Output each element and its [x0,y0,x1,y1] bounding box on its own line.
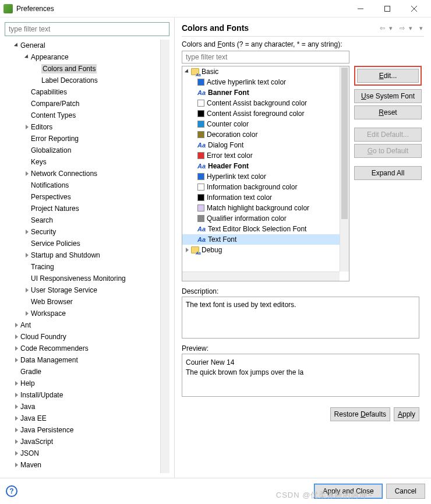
expand-all-button[interactable]: Expand All [354,166,422,180]
tree-item[interactable]: Security [5,226,169,238]
apply-and-close-button[interactable]: Apply and Close [314,484,382,499]
left-pane: GeneralAppearanceColors and FontsLabel D… [0,17,175,478]
list-item[interactable]: AaHeader Font [182,161,349,171]
tree-item[interactable]: Gradle [5,366,169,378]
list-item[interactable]: Qualifier information color [182,213,349,224]
color-swatch-icon [197,205,204,212]
tree-item[interactable]: Workspace [5,308,169,319]
help-icon[interactable]: ? [6,485,17,497]
tree-item[interactable]: Globalization [5,144,169,156]
minimize-button[interactable] [347,0,374,17]
apply-button[interactable]: Apply [394,407,419,421]
tree-item[interactable]: Code Recommenders [5,343,169,354]
tree-item[interactable]: Editors [5,121,169,133]
list-item[interactable]: AaDialog Font [182,140,349,150]
color-swatch-icon [197,184,204,191]
tree-item[interactable]: Maven [5,459,169,471]
tree-item[interactable]: Cloud Foundry [5,331,169,343]
tree-item[interactable]: Web Browser [5,296,169,308]
color-swatch-icon [197,173,204,180]
color-swatch-icon [197,152,204,159]
tree-item[interactable]: Search [5,214,169,226]
use-system-font-button[interactable]: Use System Font [354,89,422,103]
right-pane: Colors and Fonts ⇦ ▾ ⇨ ▾ ▾ Colors and Fo… [175,17,431,478]
tree-item[interactable]: Compare/Patch [5,98,169,110]
category-tree[interactable]: GeneralAppearanceColors and FontsLabel D… [5,40,169,473]
tree-item[interactable]: Colors and Fonts [5,63,169,75]
colors-fonts-list[interactable]: BasicActive hyperlink text colorAaBanner… [182,66,349,281]
close-button[interactable] [401,0,428,17]
tree-item[interactable]: JSON [5,447,169,459]
tree-item[interactable]: Network Connections [5,168,169,179]
list-item[interactable]: Content Assist background color [182,98,349,108]
edit-default-button: Edit Default... [354,128,422,142]
font-icon: Aa [197,225,206,232]
tree-item[interactable]: Notifications [5,179,169,191]
list-item[interactable]: Error text color [182,150,349,161]
tree-item[interactable]: Java EE [5,413,169,424]
tree-item[interactable]: Startup and Shutdown [5,249,169,261]
list-item[interactable]: Information background color [182,182,349,192]
page-heading: Colors and Fonts [182,23,380,33]
font-icon: Aa [197,163,206,170]
tree-item[interactable]: User Storage Service [5,284,169,296]
tree-item[interactable]: Label Decorations [5,75,169,86]
filter-input[interactable] [5,22,169,36]
tree-item[interactable]: Appearance [5,51,169,63]
list-item[interactable]: AaText Editor Block Selection Font [182,224,349,234]
list-item[interactable]: Counter color [182,119,349,129]
edit-button[interactable]: Edit... [357,69,419,83]
color-swatch-icon [197,79,204,86]
preview-label: Preview: [182,344,424,353]
color-swatch-icon [197,131,204,138]
tree-item[interactable]: Install/Update [5,389,169,401]
tree-item[interactable]: Service Policies [5,238,169,249]
maximize-button[interactable] [374,0,401,17]
tree-item[interactable]: Content Types [5,110,169,121]
color-swatch-icon [197,100,204,107]
list-item[interactable]: Match highlight background color [182,203,349,213]
titlebar: Preferences [0,0,431,17]
tree-item[interactable]: Ant [5,319,169,331]
tree-item[interactable]: Tracing [5,261,169,273]
list-item[interactable]: AaBanner Font [182,87,349,98]
list-item[interactable]: Content Assist foreground color [182,108,349,119]
list-scrollbar-h[interactable] [182,272,340,281]
svg-rect-1 [385,6,390,11]
font-icon: Aa [197,236,206,243]
tree-item[interactable]: Capabilities [5,86,169,98]
folder-icon [191,68,199,75]
description-label: Description: [182,287,424,295]
tree-item[interactable]: Keys [5,156,169,168]
list-item[interactable]: Decoration color [182,129,349,140]
list-item[interactable]: Hyperlink text color [182,171,349,182]
restore-defaults-button[interactable]: Restore Defaults [330,407,390,421]
tree-item[interactable]: Java [5,401,169,413]
tree-item[interactable]: Project Natures [5,203,169,214]
tree-item[interactable]: General [5,40,169,51]
tree-item[interactable]: UI Responsiveness Monitoring [5,273,169,284]
list-item[interactable]: Basic [182,66,349,77]
list-scrollbar-v[interactable] [340,66,349,272]
cancel-button[interactable]: Cancel [386,484,425,499]
scrollbar-vertical[interactable] [160,40,169,473]
list-item[interactable]: Information text color [182,192,349,203]
instruction-text: Colors and Fonts (? = any character, * =… [182,40,424,48]
font-icon: Aa [197,142,206,149]
tree-item[interactable]: JavaScript [5,436,169,447]
tree-item[interactable]: Help [5,378,169,389]
tree-item[interactable]: Perspectives [5,191,169,203]
font-icon: Aa [197,89,206,96]
color-swatch-icon [197,110,204,117]
tree-item[interactable]: Data Management [5,354,169,366]
list-item[interactable]: Active hyperlink text color [182,77,349,87]
list-item[interactable]: Debug [182,245,349,255]
nav-arrows[interactable]: ⇦ ▾ ⇨ ▾ ▾ [380,24,424,32]
app-icon [3,4,13,13]
description-box: The text font is used by text editors. [182,297,419,339]
tree-item[interactable]: Error Reporting [5,133,169,144]
colors-fonts-filter[interactable] [182,51,349,64]
list-item[interactable]: AaText Font [182,234,349,245]
tree-item[interactable]: Java Persistence [5,424,169,436]
reset-button[interactable]: Reset [354,105,422,119]
